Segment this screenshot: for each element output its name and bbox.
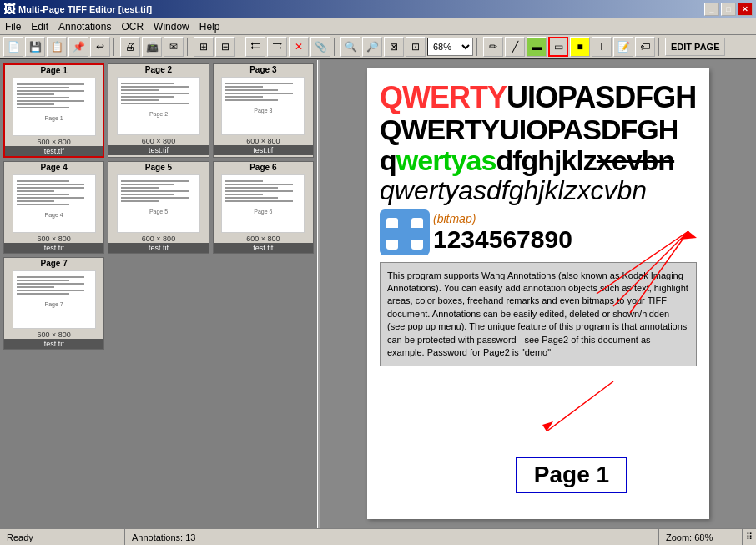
thumb-size-7: 600 × 800 — [38, 331, 71, 339]
menu-ocr[interactable]: OCR — [116, 19, 149, 34]
insert-after-button[interactable]: ⮆ — [267, 37, 287, 57]
thumb-line — [121, 96, 174, 98]
append-button[interactable]: 📎 — [310, 37, 330, 57]
menu-file[interactable]: File — [0, 19, 26, 34]
thumb-line — [225, 184, 293, 185]
thumb-line — [17, 280, 69, 281]
thumb-line — [121, 103, 189, 104]
status-bar: Ready Annotations: 13 Zoom: 68% ⠿ — [0, 528, 756, 545]
thumbnail-7[interactable]: Page 7 Page 7 600 × 800 test.tif — [3, 257, 104, 350]
thumb-line — [17, 100, 84, 102]
sticky-tool[interactable]: 📝 — [613, 37, 633, 57]
thumb-size-5: 600 × 800 — [142, 235, 175, 243]
thumbnail-4[interactable]: Page 4 Page 4 600 × 800 test.tif — [3, 161, 104, 254]
new-button[interactable]: 📄 — [3, 37, 23, 57]
undo-button[interactable]: ↩ — [90, 37, 110, 57]
thumb-filename-7: test.tif — [4, 339, 103, 349]
thumb-line — [17, 187, 84, 189]
thumb-size-2: 600 × 800 — [142, 137, 175, 145]
thumb-line — [225, 190, 293, 192]
copy-button[interactable]: 📋 — [47, 37, 67, 57]
tag-tool[interactable]: 🏷 — [635, 37, 655, 57]
thumb-line — [121, 194, 174, 195]
thumb-page-num-4: Page 4 — [13, 212, 95, 218]
maximize-button[interactable]: □ — [721, 3, 736, 16]
fill-tool[interactable]: ■ — [570, 37, 590, 57]
close-button[interactable]: ✕ — [738, 3, 753, 16]
app-icon: 🖼 — [3, 3, 15, 16]
merge-button[interactable]: ⊟ — [215, 37, 235, 57]
thumb-line — [225, 197, 278, 199]
zoom-actual-button[interactable]: ⊡ — [406, 37, 426, 57]
highlight-tool[interactable]: ▬ — [527, 37, 547, 57]
thumb-preview-3: Page 3 — [221, 77, 305, 135]
menu-bar: File Edit Annotations OCR Window Help — [0, 18, 756, 35]
split-button[interactable]: ⊞ — [194, 37, 214, 57]
paste-button[interactable]: 📌 — [68, 37, 88, 57]
annotation-arrows — [572, 223, 705, 323]
thumbnail-5[interactable]: Page 5 Page 5 600 × 800 test.tif — [108, 161, 209, 254]
zoom-out-button[interactable]: 🔎 — [362, 37, 382, 57]
toolbar: 📄 💾 📋 📌 ↩ 🖨 📠 ✉ ⊞ ⊟ ⮄ ⮆ ✕ 📎 🔍 🔎 ⊠ ⊡ 68% … — [0, 35, 756, 60]
thumb-line — [121, 93, 189, 94]
thumb-filename-2: test.tif — [108, 145, 208, 155]
thumb-header-7: Page 7 — [4, 258, 103, 269]
thumb-preview-6: Page 6 — [221, 174, 305, 233]
thumb-filename-6: test.tif — [214, 243, 313, 253]
thumb-line — [121, 99, 159, 101]
status-ready: Ready — [0, 529, 125, 545]
bitmap-label: (bitmap) — [433, 212, 476, 225]
svg-line-4 — [613, 231, 688, 306]
thumb-line — [121, 89, 159, 91]
minimize-button[interactable]: _ — [704, 3, 719, 16]
edit-page-button[interactable]: EDIT PAGE — [665, 38, 725, 56]
thumb-page-num-1: Page 1 — [13, 115, 95, 121]
thumb-line — [17, 276, 84, 278]
page-label-container: Page 1 — [380, 440, 697, 493]
zoom-select[interactable]: 68% 100% 50% 25% — [427, 38, 473, 56]
thumb-line — [225, 96, 263, 98]
thumb-header-2: Page 2 — [108, 64, 208, 75]
menu-annotations[interactable]: Annotations — [53, 19, 116, 34]
thumb-page-num-2: Page 2 — [118, 111, 199, 117]
thumb-preview-1: Page 1 — [13, 78, 96, 136]
thumb-size-1: 600 × 800 — [38, 138, 71, 146]
thumb-line — [225, 180, 263, 182]
thumb-line — [17, 190, 54, 192]
thumbnail-3[interactable]: Page 3 Page 3 600 × 800 test.tif — [213, 63, 314, 158]
strikethrough-text: xcvbn — [597, 144, 674, 176]
thumbnail-2[interactable]: Page 2 Page 2 600 × 800 test.tif — [108, 63, 209, 158]
rect-tool[interactable]: ▭ — [548, 37, 568, 57]
thumb-line — [225, 93, 293, 94]
svg-line-5 — [597, 231, 688, 294]
thumb-line — [17, 290, 84, 291]
separator-2 — [187, 38, 190, 56]
insert-before-button[interactable]: ⮄ — [245, 37, 265, 57]
menu-window[interactable]: Window — [149, 19, 194, 34]
thumb-line — [225, 86, 263, 88]
thumb-page-num-7: Page 7 — [13, 301, 95, 307]
zoom-text: Zoom: 68% — [666, 532, 713, 542]
thumbnail-1[interactable]: Page 1 Page 1 600 × 800 test.tif — [3, 63, 104, 158]
pencil-tool[interactable]: ✏ — [483, 37, 503, 57]
thumbnail-6[interactable]: Page 6 Page 6 600 × 800 test.tif — [213, 161, 314, 254]
thumb-line — [17, 286, 54, 288]
save-button[interactable]: 💾 — [25, 37, 45, 57]
thumbnail-panel: Page 1 Page 1 600 × 800 test.tif Page 2 … — [0, 60, 317, 528]
ready-text: Ready — [7, 532, 33, 542]
menu-edit[interactable]: Edit — [26, 19, 53, 34]
zoom-in-button[interactable]: 🔍 — [340, 37, 360, 57]
line-tool[interactable]: ╱ — [505, 37, 525, 57]
thumb-header-1: Page 1 — [5, 65, 103, 76]
thumb-line — [17, 180, 69, 182]
delete-page-button[interactable]: ✕ — [289, 37, 309, 57]
menu-help[interactable]: Help — [194, 19, 225, 34]
print-button[interactable]: 🖨 — [120, 37, 140, 57]
email-button[interactable]: ✉ — [164, 37, 184, 57]
zoom-fit-button[interactable]: ⊠ — [384, 37, 404, 57]
thumb-preview-5: Page 5 — [117, 174, 200, 233]
thumb-header-5: Page 5 — [108, 162, 208, 173]
thumb-line — [17, 87, 69, 88]
text-tool[interactable]: T — [592, 37, 612, 57]
scan-button[interactable]: 📠 — [142, 37, 162, 57]
